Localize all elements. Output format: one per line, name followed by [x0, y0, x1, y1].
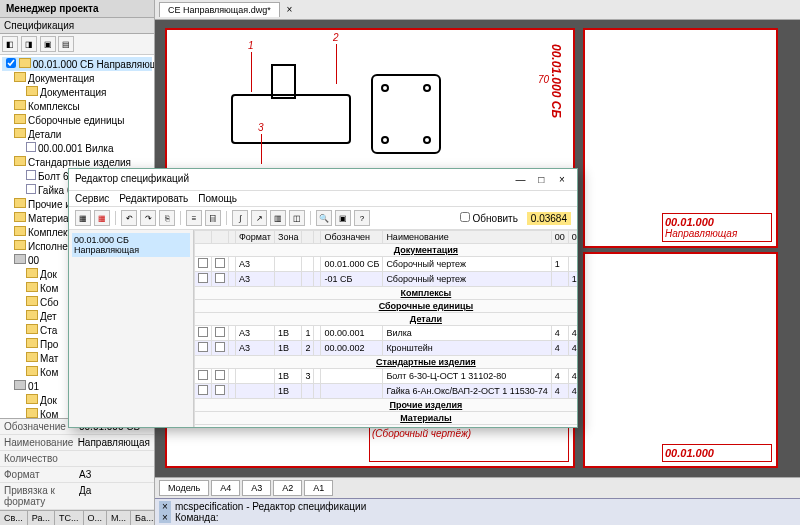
layout-tabs: МодельA4A3A2A1 — [155, 477, 800, 498]
table-row[interactable]: А3-01 СБСборочный чертеж11 — [195, 272, 578, 287]
tool-icon[interactable]: ⎘ — [159, 210, 175, 226]
dialog-tree-node[interactable]: 00.01.000 СБ Направляющая — [72, 233, 190, 257]
tool-icon[interactable]: ◨ — [21, 36, 37, 52]
table-row[interactable]: А300.01.000 СБСборочный чертеж111 — [195, 257, 578, 272]
sheet-spec-1: 00.01.000 Направляющая — [583, 28, 778, 248]
column-header[interactable] — [195, 231, 212, 244]
tree-node[interactable]: Детали — [2, 127, 152, 141]
column-header[interactable]: Зона — [274, 231, 301, 244]
tool-icon[interactable]: ▣ — [335, 210, 351, 226]
help-icon[interactable]: ? — [354, 210, 370, 226]
tool-icon[interactable]: 目 — [205, 210, 221, 226]
tree-node[interactable]: 00.00.001 Вилка — [2, 141, 152, 155]
bottom-tab[interactable]: ТС... — [55, 511, 84, 525]
column-header[interactable] — [314, 231, 321, 244]
refresh-checkbox[interactable]: Обновить — [460, 212, 518, 224]
property-row: Привязка к форматуДа — [0, 483, 154, 510]
minimize-icon[interactable]: — — [511, 173, 529, 186]
table-row[interactable]: А31В100.00.001Вилка44444 — [195, 326, 578, 341]
callout-1 — [251, 52, 252, 92]
tree-node[interactable]: Сборочные единицы — [2, 113, 152, 127]
spec-tab[interactable]: Спецификация — [0, 18, 154, 34]
menu-item[interactable]: Сервис — [75, 193, 109, 204]
column-header[interactable]: Обозначен — [321, 231, 383, 244]
tool-icon[interactable]: ↶ — [121, 210, 137, 226]
bottom-tab[interactable]: Св... — [0, 511, 28, 525]
dialog-tree[interactable]: 00.01.000 СБ Направляющая — [69, 230, 194, 427]
tree-node[interactable]: Комплексы — [2, 99, 152, 113]
column-header[interactable] — [302, 231, 314, 244]
layout-tab[interactable]: A3 — [242, 480, 271, 496]
column-header[interactable]: Наименование — [383, 231, 551, 244]
close-cmd-icon[interactable]: × — [159, 512, 171, 523]
tool-icon[interactable]: ▥ — [270, 210, 286, 226]
document-tabs: СЕ Направляющая.dwg* × — [155, 0, 800, 20]
panel-title: Менеджер проекта — [0, 0, 154, 18]
maximize-icon[interactable]: □ — [532, 173, 550, 186]
tool-icon[interactable]: ≡ — [186, 210, 202, 226]
tool-icon[interactable]: ▣ — [40, 36, 56, 52]
tree-node[interactable]: Документация — [2, 71, 152, 85]
tree-node[interactable]: Документация — [2, 85, 152, 99]
search-icon[interactable]: 🔍 — [316, 210, 332, 226]
close-cmd-icon[interactable]: × — [159, 501, 171, 512]
tool-icon[interactable]: ∫ — [232, 210, 248, 226]
dialog-toolbar: ▦ ▦ ↶ ↷ ⎘ ≡ 目 ∫ ↗ ▥ ◫ 🔍 ▣ ? Обновить 0.0… — [69, 206, 577, 230]
menu-item[interactable]: Помощь — [198, 193, 237, 204]
table-row[interactable]: А31В200.00.002Кронштейн44444 — [195, 341, 578, 356]
command-line[interactable]: ×mcspecification - Редактор спецификации… — [155, 498, 800, 525]
tool-icon[interactable]: ◧ — [2, 36, 18, 52]
layout-tab[interactable]: A1 — [304, 480, 333, 496]
bottom-tab[interactable]: О... — [84, 511, 108, 525]
column-header[interactable]: 00 — [551, 231, 568, 244]
spec-editor-dialog: Редактор спецификаций — □ × СервисРедакт… — [68, 168, 578, 428]
properties-panel: Обозначение00.01.000 СБНаименованиеНапра… — [0, 418, 154, 510]
bottom-tab[interactable]: Ра... — [28, 511, 55, 525]
tool-icon[interactable]: ◫ — [289, 210, 305, 226]
dialog-titlebar[interactable]: Редактор спецификаций — □ × — [69, 169, 577, 191]
tree-node[interactable]: Стандартные изделия — [2, 155, 152, 169]
title-vertical: 00.01.000 СБ — [549, 44, 563, 118]
title-block-r1: 00.01.000 Направляющая — [662, 213, 772, 242]
dialog-title: Редактор спецификаций — [75, 173, 189, 186]
close-icon[interactable]: × — [553, 173, 571, 186]
column-header[interactable]: 01 — [568, 231, 577, 244]
layout-tab[interactable]: A4 — [211, 480, 240, 496]
table-row[interactable]: 1ВГайка 6-Ан.Окс/ВАП-2-ОСТ 1 11530-74444… — [195, 384, 578, 399]
column-header[interactable] — [212, 231, 229, 244]
property-row: Количество — [0, 451, 154, 467]
tree-root[interactable]: 00.01.000 СБ Направляющая — [2, 57, 152, 71]
close-tab-icon[interactable]: × — [286, 4, 292, 15]
layout-tab[interactable]: Модель — [159, 480, 209, 496]
column-header[interactable] — [229, 231, 236, 244]
dimension: 70 — [538, 74, 549, 85]
tool-icon[interactable]: ↗ — [251, 210, 267, 226]
tree-toolbar: ◧ ◨ ▣ ▤ — [0, 34, 154, 55]
title-block-r2: 00.01.000 — [662, 444, 772, 462]
callout-3 — [261, 134, 262, 164]
column-header[interactable]: Формат — [236, 231, 275, 244]
tool-icon[interactable]: ▦ — [94, 210, 110, 226]
bottom-tab[interactable]: М... — [107, 511, 131, 525]
layout-tab[interactable]: A2 — [273, 480, 302, 496]
sheet-spec-2: 00.01.000 — [583, 252, 778, 468]
time-badge: 0.03684 — [527, 212, 571, 225]
callout-2 — [336, 44, 337, 84]
menu-item[interactable]: Редактировать — [119, 193, 188, 204]
property-row: НаименованиеНаправляющая — [0, 435, 154, 451]
bottom-tabs: Св...Ра...ТС...О...М...Ба...Ит... — [0, 510, 154, 525]
spec-table[interactable]: ФорматЗонаОбозначенНаименование000100304… — [194, 230, 577, 427]
tool-icon[interactable]: ↷ — [140, 210, 156, 226]
root-checkbox[interactable] — [6, 58, 16, 68]
tool-icon[interactable]: ▦ — [75, 210, 91, 226]
tool-icon[interactable]: ▤ — [58, 36, 74, 52]
doc-tab[interactable]: СЕ Направляющая.dwg* — [159, 2, 280, 17]
table-row[interactable]: 1В3Болт 6-30-Ц-ОСТ 1 31102-8044444 — [195, 369, 578, 384]
property-row: ФорматА3 — [0, 467, 154, 483]
dialog-menu: СервисРедактироватьПомощь — [69, 191, 577, 206]
